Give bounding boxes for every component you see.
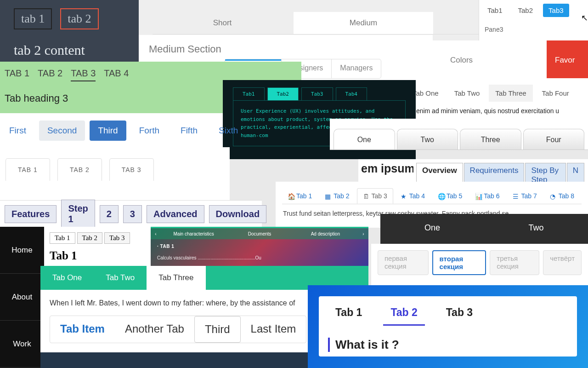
section-3[interactable]: третья секция [490, 250, 539, 275]
tab-three[interactable]: Tab Three [147, 266, 205, 290]
calendar-icon: 🗓 [363, 193, 369, 199]
cursor-icon: ↖ [581, 13, 588, 23]
tab-2[interactable]: ▦Tab 2 [319, 188, 355, 204]
russian-sections: первая секция вторая секция третья секци… [371, 244, 588, 290]
overview-tabs: Overview Requirements Step By Step N [413, 159, 588, 184]
tab-managers[interactable]: Managers [331, 59, 381, 78]
seg-ad[interactable]: Ad description [293, 231, 358, 236]
tab-1[interactable]: Tab 1 [50, 232, 75, 244]
tab-medium[interactable]: Medium [294, 12, 433, 34]
tab-2[interactable]: Tab 2 [77, 232, 103, 244]
tab-3[interactable]: 3 [123, 205, 142, 223]
tab-3[interactable]: 🗓Tab 3 [357, 188, 393, 204]
folder-tabs: One Two Three Four [330, 119, 588, 150]
grid-icon: ▦ [325, 193, 331, 199]
tab3[interactable]: Tab3 [543, 4, 569, 17]
tab-advanced[interactable]: Advanced [147, 205, 204, 223]
tab-1[interactable]: tab 1 [14, 8, 52, 29]
vertical-nav: Home About Work [0, 227, 44, 368]
card-tabs: TAB 1 TAB 2 TAB 3 [0, 147, 230, 200]
dark-one-two-tabs: One Two [380, 214, 588, 244]
tab-features[interactable]: Features [5, 205, 57, 223]
tab-three[interactable]: Three [460, 129, 521, 150]
tab-two[interactable]: Two [484, 214, 588, 244]
tab-one[interactable]: One [334, 129, 395, 150]
prev-arrow-icon[interactable]: ‹ [151, 231, 161, 236]
tab-3[interactable]: Tab 3 [104, 232, 130, 244]
tab-3[interactable]: Tab 3 [439, 301, 480, 326]
tab-7[interactable]: ☰Tab 7 [507, 188, 543, 204]
tab-4[interactable]: ★Tab 4 [395, 188, 430, 204]
nav-work[interactable]: Work [0, 321, 44, 368]
tab-group-topright: Tab1 Tab2 Tab3 Pane3 ↖ [479, 0, 588, 44]
next-arrow-icon[interactable]: › [358, 231, 368, 236]
tab-two[interactable]: Two [397, 129, 458, 150]
inner-tab-item[interactable]: Tab Item [50, 316, 115, 343]
tab-two[interactable]: Tab Two [94, 266, 147, 290]
tab2[interactable]: Tab2 [267, 87, 299, 100]
tab-first[interactable]: First [1, 121, 34, 141]
tab-third[interactable]: Third [90, 121, 126, 141]
tab-2[interactable]: TAB 2 [57, 158, 102, 181]
dark-tab-demo: tab 1 tab 2 tab 2 content [0, 0, 139, 62]
tab-2[interactable]: Tab 2 [383, 301, 424, 326]
tab1[interactable]: Tab1 [482, 4, 508, 17]
tab-8[interactable]: ◔Tab 8 [544, 188, 580, 204]
classic-tabs: Tab 1 Tab 2 Tab 3 Tab 1 [44, 227, 151, 267]
tab-1[interactable]: TAB 1 [6, 158, 50, 181]
tab-1[interactable]: TAB 1 [5, 68, 29, 81]
tab-sixth[interactable]: Sixth [210, 121, 246, 141]
tab-two[interactable]: Tab Two [448, 85, 486, 102]
nav-home[interactable]: Home [0, 227, 44, 274]
tab-four[interactable]: Four [523, 129, 585, 150]
tab-heading: Tab 1 [50, 249, 145, 262]
tab-step1[interactable]: Step 1 [61, 200, 95, 228]
tab2[interactable]: Tab2 [513, 4, 539, 17]
inner-last-item[interactable]: Last Item [241, 316, 306, 343]
tab3[interactable]: Tab3 [301, 87, 333, 100]
sub-label: · TAB 1 [151, 239, 368, 253]
tab-3[interactable]: TAB 3 [109, 158, 154, 181]
tab-favor[interactable]: Favor [555, 56, 575, 65]
tab1[interactable]: Tab1 [233, 87, 265, 100]
tab-2[interactable]: TAB 2 [38, 68, 62, 81]
tab-short[interactable]: Short [153, 12, 292, 34]
home-icon: 🏠 [288, 193, 294, 199]
section-heading: Medium Section [149, 43, 423, 55]
tab-four[interactable]: Tab Four [536, 85, 576, 102]
seg-documents[interactable]: Documents [226, 231, 292, 236]
tab-1[interactable]: 🏠Tab 1 [282, 188, 317, 204]
tab-2[interactable]: 2 [100, 205, 119, 223]
chart-icon: 📊 [475, 193, 481, 199]
tab-1[interactable]: Tab 1 [328, 301, 369, 326]
list-icon: ☰ [513, 193, 519, 199]
section-4[interactable]: четвёрт [543, 250, 582, 275]
what-is-it-heading: What is it ? [328, 338, 568, 352]
features-tabs: Features Step 1 2 3 Advanced Download [0, 200, 262, 228]
section-1[interactable]: первая секция [378, 250, 429, 275]
tab-second[interactable]: Second [39, 121, 85, 141]
tab-5[interactable]: 🌐Tab 5 [432, 188, 468, 204]
inner-another-tab[interactable]: Another Tab [115, 316, 194, 343]
tab-2[interactable]: tab 2 [60, 8, 98, 29]
first-sixth-tabs: First Second Third Forth Fifth Sixth [0, 113, 223, 148]
tab-download[interactable]: Download [209, 205, 267, 223]
tab-one[interactable]: Tab One [40, 266, 94, 290]
tab-one[interactable]: One [380, 214, 484, 244]
section-2[interactable]: вторая секция [432, 250, 486, 275]
tab-3[interactable]: TAB 3 [71, 68, 96, 81]
nav-about[interactable]: About [0, 274, 44, 321]
line-text: Calculs vasculaires ....................… [151, 253, 368, 262]
tab4[interactable]: Tab4 [336, 87, 368, 100]
tab-4[interactable]: TAB 4 [104, 68, 129, 81]
pie-icon: ◔ [550, 193, 556, 199]
tab-one-four-group: Tab One Tab Two Tab Three Tab Four Ut en… [400, 78, 588, 124]
tab-fifth[interactable]: Fifth [172, 121, 206, 141]
lorem-fragment: em ipsum [358, 159, 418, 182]
inner-third[interactable]: Third [194, 316, 241, 343]
tab-three[interactable]: Tab Three [489, 85, 532, 102]
seg-main[interactable]: Main characteristics [161, 231, 226, 236]
tab-forth[interactable]: Forth [131, 121, 168, 141]
tab-colors[interactable]: Colors [450, 56, 473, 65]
tab-6[interactable]: 📊Tab 6 [469, 188, 505, 204]
